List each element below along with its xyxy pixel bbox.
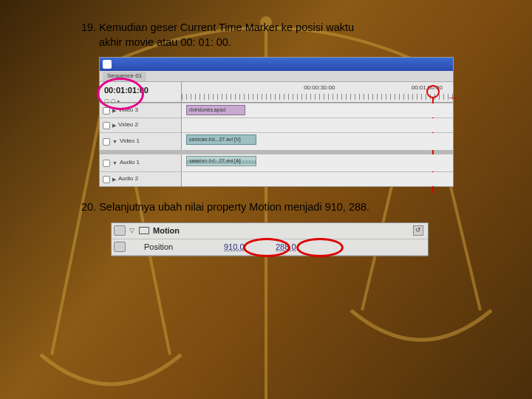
reset-button[interactable] [413,225,423,236]
step-number: 20. [81,201,99,213]
clip-audio1[interactable]: samcan-bd...27.avi [A] [186,156,256,166]
time-ruler[interactable]: 00:00:30:00 00:01:00:00 → [181,82,453,102]
track-header-video1[interactable]: ▼Video 1 [100,133,181,150]
annotation-circle-y [296,238,344,257]
motion-label[interactable]: Motion [153,225,219,236]
speaker-icon[interactable] [103,160,110,167]
rect-icon [139,227,149,234]
clip-video3[interactable]: dvindones.apsd [186,105,245,115]
track-label: Audio 2 [118,175,138,183]
track-label: Audio 1 [120,159,140,167]
chevron-right-icon[interactable]: ▶ [112,122,116,129]
track-header-audio2[interactable]: ▶Audio 2 [100,172,181,186]
track-label: Video 2 [118,121,138,129]
track-body-video3[interactable]: dvindones.apsd [181,103,453,117]
window-icon [103,60,112,69]
stopwatch-icon[interactable] [112,242,129,252]
clip-video1[interactable]: samcan-bd...27.avi [V] [186,134,256,145]
track-row-audio1: ▼Audio 1 samcan-bd...27.avi [A] [100,154,453,171]
track-header-video2[interactable]: ▶Video 2 [100,118,181,132]
ruler-ticks [182,94,453,100]
motion-panel-screenshot: ▽ Motion Position 910.0 288.0 [111,222,429,256]
step-text: Selanjutnya ubah nilai property Motion m… [99,201,369,213]
timecode-cell: 00:01:01:00 ▢ ▢ ▸ [100,82,181,102]
eye-icon[interactable] [103,122,110,129]
step-number: 19. [81,21,99,33]
motion-header-row: ▽ Motion [112,223,428,239]
track-label: Video 1 [120,137,140,146]
window-titlebar [100,58,453,71]
chevron-down-icon[interactable]: ▼ [112,138,117,145]
sequence-tab-bar: Sequence 01 [100,71,453,82]
track-header-audio1[interactable]: ▼Audio 1 [100,154,181,171]
track-body-audio2[interactable] [181,172,453,186]
annotation-circle-magenta [97,78,144,110]
step-20: 20. Selanjutnya ubah nilai property Moti… [81,200,502,215]
track-row-video3: ▶Video 3 dvindones.apsd [100,103,453,117]
track-row-video2: ▶Video 2 [100,117,453,132]
timeline-screenshot: Sequence 01 00:01:01:00 ▢ ▢ ▸ 00:00:30:0… [99,57,454,187]
chevron-down-icon[interactable]: ▼ [112,160,117,166]
track-body-video1[interactable]: samcan-bd...27.avi [V] [181,133,453,150]
step-text-line2: akhir movie atau 00: 01: 00. [81,35,502,50]
ruler-tick-mid: 00:00:30:00 [304,84,335,92]
slide-content: 19. Kemudian geser Current Time Marker k… [0,0,532,256]
ruler-row: 00:01:01:00 ▢ ▢ ▸ 00:00:30:00 00:01:00:0… [100,82,453,103]
track-row-audio2: ▶Audio 2 [100,171,453,186]
fx-toggle-icon[interactable] [112,225,129,236]
track-body-audio1[interactable]: samcan-bd...27.avi [A] [181,154,453,171]
waveform [187,160,256,164]
track-row-video1: ▼Video 1 samcan-bd...27.avi [V] [100,132,453,150]
position-label: Position [143,242,202,253]
speaker-icon[interactable] [103,176,110,183]
step-text-line1: Kemudian geser Current Time Marker ke po… [99,21,354,33]
chevron-right-icon[interactable]: ▶ [112,176,116,183]
eye-icon[interactable] [103,138,110,146]
chevron-down-icon[interactable]: ▽ [129,226,134,235]
annotation-circle-x [243,238,290,257]
track-body-video2[interactable] [181,118,453,132]
step-19: 19. Kemudian geser Current Time Marker k… [81,21,502,50]
